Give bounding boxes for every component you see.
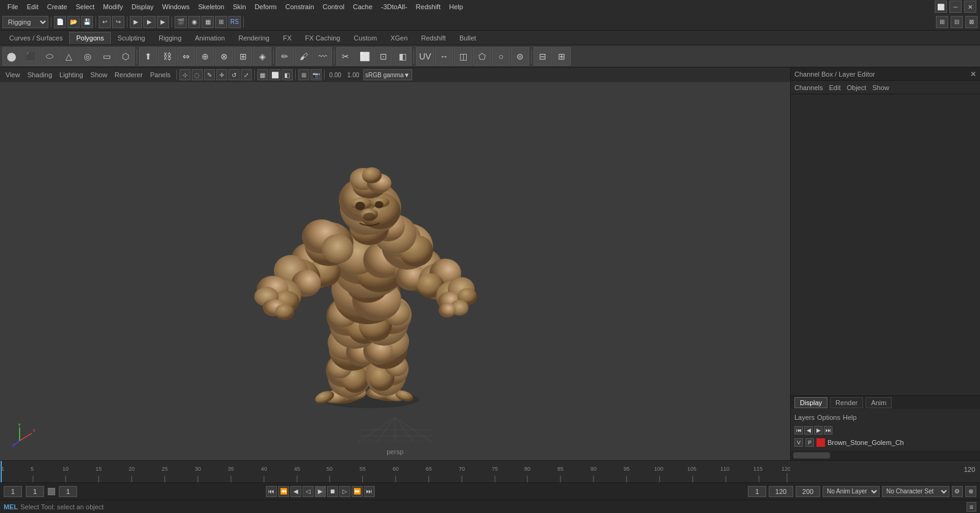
prev-key-btn[interactable]: ⏪ xyxy=(278,486,289,497)
menu-3dtall[interactable]: -3DtoAll- xyxy=(377,2,411,12)
cb-object[interactable]: Object xyxy=(846,84,866,91)
bridge-icon[interactable]: ⛓ xyxy=(158,47,176,66)
shelf-tab-bullet[interactable]: Bullet xyxy=(453,32,483,44)
lighting-menu[interactable]: Lighting xyxy=(56,70,86,80)
uv-editor-icon[interactable]: UV xyxy=(416,47,434,66)
menu-select[interactable]: Select xyxy=(72,2,99,12)
menu-windows[interactable]: Windows xyxy=(159,2,194,12)
shading-menu[interactable]: Shading xyxy=(24,70,55,80)
sculpt-icon[interactable]: ✏ xyxy=(276,47,294,66)
render-btn[interactable]: 🎬 xyxy=(175,16,187,28)
lasso-btn[interactable]: ◌ xyxy=(192,69,203,80)
layout-btn2[interactable]: ⊟ xyxy=(951,16,963,28)
char-set-btn1[interactable]: ⚙ xyxy=(952,486,963,497)
menu-constrain[interactable]: Constrain xyxy=(282,2,318,12)
sphere-icon[interactable]: ⬤ xyxy=(2,47,21,66)
playback-speed[interactable] xyxy=(59,486,77,497)
wireframe-btn[interactable]: ▦ xyxy=(257,69,268,80)
cb-tab-render[interactable]: Render xyxy=(830,397,863,408)
plane-icon[interactable]: ▭ xyxy=(97,47,116,66)
close-btn[interactable]: ✕ xyxy=(964,1,976,13)
shelf-tab-curves[interactable]: Curves / Surfaces xyxy=(2,32,69,44)
torus-icon[interactable]: ◎ xyxy=(78,47,97,66)
shelf-tab-redshift[interactable]: Redshift xyxy=(415,32,453,44)
cb-show[interactable]: Show xyxy=(872,84,889,91)
shelf-tab-fx[interactable]: FX xyxy=(276,32,298,44)
shelf-tab-sculpting[interactable]: Sculpting xyxy=(111,32,152,44)
anim-btn3[interactable]: ▶ xyxy=(157,16,169,28)
maximize-btn[interactable]: ⬜ xyxy=(935,1,947,13)
go-to-start-btn[interactable]: ⏮ xyxy=(266,486,277,497)
rotate-btn[interactable]: ↺ xyxy=(228,69,239,80)
current-frame[interactable] xyxy=(26,486,44,497)
shelf-tab-rendering[interactable]: Rendering xyxy=(232,32,276,44)
view-menu[interactable]: View xyxy=(2,70,23,80)
cb-edit[interactable]: Edit xyxy=(829,84,840,91)
anim-end-input[interactable] xyxy=(769,486,793,497)
insert-loop-icon[interactable]: ⬜ xyxy=(355,47,374,66)
layer-color-swatch[interactable] xyxy=(816,438,825,447)
layer-p-toggle[interactable]: P xyxy=(805,438,814,447)
anim-layer-select[interactable]: No Anim Layer xyxy=(823,486,880,497)
textured-btn[interactable]: ◧ xyxy=(282,69,293,80)
redo-btn[interactable]: ↪ xyxy=(112,16,124,28)
layout-btn1[interactable]: ⊞ xyxy=(936,16,948,28)
menu-help[interactable]: Help xyxy=(445,2,467,12)
layer-nav-first[interactable]: ⏮ xyxy=(794,426,803,435)
layout-btn3[interactable]: ⊠ xyxy=(965,16,978,28)
layers-menu-help[interactable]: Help xyxy=(843,414,857,421)
shelf-tab-xgen[interactable]: XGen xyxy=(383,32,414,44)
auto-seam-icon[interactable]: ⊜ xyxy=(511,47,529,66)
boolean-icon[interactable]: ⊗ xyxy=(215,47,233,66)
menu-create[interactable]: Create xyxy=(43,2,71,12)
stop-btn[interactable]: ⏹ xyxy=(327,486,338,497)
panels-menu[interactable]: Panels xyxy=(147,70,174,80)
go-to-end-btn[interactable]: ⏭ xyxy=(364,486,375,497)
next-frame-btn[interactable]: ▷ xyxy=(339,486,350,497)
rs-btn[interactable]: RS xyxy=(228,16,241,28)
cb-tab-display[interactable]: Display xyxy=(794,397,827,408)
menu-file[interactable]: File xyxy=(4,2,22,12)
mode-select[interactable]: Rigging Modeling xyxy=(2,16,48,28)
shelf-tab-fx-caching[interactable]: FX Caching xyxy=(298,32,347,44)
char-set-btn2[interactable]: ⊕ xyxy=(965,486,976,497)
paint-sel-btn[interactable]: ✎ xyxy=(204,69,215,80)
cb-tab-anim[interactable]: Anim xyxy=(865,397,892,408)
planar-map-icon[interactable]: ◫ xyxy=(454,47,472,66)
channel-box-scrollbar[interactable] xyxy=(791,450,980,460)
menu-cache[interactable]: Cache xyxy=(349,2,376,12)
cb-channels[interactable]: Channels xyxy=(794,84,823,91)
menu-edit[interactable]: Edit xyxy=(23,2,42,12)
viewport-canvas[interactable]: X Y Z persp xyxy=(0,82,790,460)
move-btn[interactable]: ✛ xyxy=(216,69,227,80)
merge-icon[interactable]: ⇔ xyxy=(177,47,195,66)
duplicate-icon[interactable]: ⊞ xyxy=(552,47,571,66)
cone-icon[interactable]: △ xyxy=(59,47,78,66)
layer-nav-prev[interactable]: ◀ xyxy=(804,426,813,435)
status-bar-options[interactable]: ≡ xyxy=(967,502,976,512)
camera-btn[interactable]: 📷 xyxy=(311,69,322,80)
anim-start-input[interactable] xyxy=(748,486,766,497)
scrollbar-thumb[interactable] xyxy=(793,452,830,458)
menu-deform[interactable]: Deform xyxy=(251,2,281,12)
paint-icon[interactable]: 🖌 xyxy=(295,47,313,66)
anim-total-end[interactable] xyxy=(796,486,820,497)
display-btn1[interactable]: ▦ xyxy=(202,16,214,28)
menu-redshift[interactable]: Redshift xyxy=(412,2,444,12)
menu-skeleton[interactable]: Skeleton xyxy=(194,2,228,12)
save-btn[interactable]: 💾 xyxy=(81,16,93,28)
grid-btn[interactable]: ⊞ xyxy=(298,69,309,80)
menu-control[interactable]: Control xyxy=(319,2,348,12)
cube-icon[interactable]: ⬛ xyxy=(21,47,40,66)
timeline[interactable]: // rendered statically 1 5 10 15 20 25 3… xyxy=(0,460,980,482)
menu-modify[interactable]: Modify xyxy=(99,2,126,12)
shelf-tab-rigging[interactable]: Rigging xyxy=(152,32,188,44)
show-menu[interactable]: Show xyxy=(88,70,111,80)
menu-skin[interactable]: Skin xyxy=(229,2,249,12)
layer-nav-last[interactable]: ⏭ xyxy=(824,426,832,435)
layers-menu-layers[interactable]: Layers xyxy=(794,414,815,421)
shelf-tab-polygons[interactable]: Polygons xyxy=(69,32,110,44)
cylinder-icon[interactable]: ⬭ xyxy=(40,47,59,66)
platonic-icon[interactable]: ⬡ xyxy=(116,47,135,66)
play-back-btn[interactable]: ◁ xyxy=(303,486,314,497)
